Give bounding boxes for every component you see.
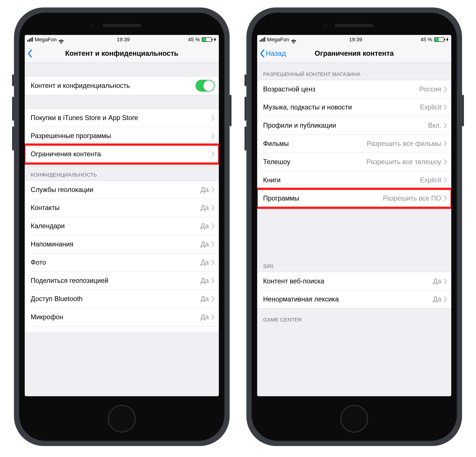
battery-icon [434,37,444,42]
cell-age-rating[interactable]: Возрастной ценз Россия [257,80,451,98]
content-privacy-toggle-cell[interactable]: Контент и конфиденциальность [25,76,219,95]
cell-share-location[interactable]: Поделиться геопозицией Да [25,272,219,290]
content-privacy-switch[interactable] [196,80,215,92]
cellular-signal-icon [260,38,265,42]
chevron-right-icon [212,205,215,211]
cell-detail: Да [201,295,209,303]
cell-web-search[interactable]: Контент веб-поиска Да [257,272,451,290]
cell-books[interactable]: Книги Explicit [257,171,451,189]
cell-profiles-posts[interactable]: Профили и публикации Вкл. [257,116,451,134]
cell-detail: Разрешить все фильмы [367,140,441,148]
chevron-right-icon [212,133,215,139]
cell-label: Фото [31,258,201,266]
cellular-signal-icon [27,38,33,42]
cell-bluetooth[interactable]: Доступ Bluetooth Да [25,290,219,308]
cell-partial[interactable] [25,326,219,332]
chevron-right-icon [444,159,447,165]
chevron-right-icon [212,296,215,302]
status-bar: MegaFon 19:39 45 % [257,35,451,44]
toggle-label: Контент и конфиденциальность [31,82,196,90]
cell-detail: Да [201,313,209,321]
settings-content[interactable]: Контент и конфиденциальность Покупки в i… [25,63,219,396]
cell-label: Фильмы [263,140,367,148]
cell-detail: Да [201,204,209,212]
back-button[interactable]: Назад [260,50,286,58]
cell-explicit-language[interactable]: Ненормативная лексика Да [257,290,451,308]
chevron-right-icon [444,177,447,183]
cell-location-services[interactable]: Службы геолокации Да [25,181,219,199]
settings-content[interactable]: РАЗРЕШЕННЫЙ КОНТЕНТ МАГАЗИНА Возрастной … [257,63,451,396]
carrier-label: MegaFon [34,37,57,42]
power-button [462,95,464,126]
cell-label: Программы [263,194,383,202]
screen-left: MegaFon 19:39 45 % [25,35,219,396]
chevron-right-icon [212,278,215,283]
cell-tvshows[interactable]: Телешоу Разрешить все телешоу [257,153,451,171]
cell-label: Контакты [31,204,201,212]
highlight-content-restrictions: Ограничения контента [25,145,219,163]
front-camera [323,23,328,28]
cell-photos[interactable]: Фото Да [25,253,219,272]
volume-up [12,97,14,121]
cell-label: Возрастной ценз [263,85,419,93]
cell-itunes-purchases[interactable]: Покупки в iTunes Store и App Store [25,108,219,127]
back-button[interactable] [28,50,33,58]
mute-switch [12,74,14,86]
cell-label: Ограничения контента [31,150,212,158]
cell-detail: Да [201,240,209,248]
cell-label: Напоминания [31,240,201,248]
nav-title: Контент и конфиденциальность [25,44,219,63]
chevron-right-icon [212,151,215,157]
cell-label: Календари [31,222,201,230]
cell-detail: Разрешить все ПО [383,194,441,202]
cell-label: Ненормативная лексика [263,295,433,303]
mute-switch [245,74,246,86]
phone-left: MegaFon 19:39 45 % [14,8,230,446]
cell-label: Музыка, подкасты и новости [263,103,420,111]
chevron-right-icon [212,187,215,192]
cell-detail: Да [433,295,441,303]
cell-apps[interactable]: Программы Разрешить все ПО [257,189,451,208]
chevron-right-icon [444,123,447,128]
cell-reminders[interactable]: Напоминания Да [25,235,219,253]
cell-music-podcasts[interactable]: Музыка, подкасты и новости Explicit [257,98,451,116]
phone-right: MegaFon 19:39 45 % Назад [246,8,462,446]
chevron-right-icon [444,141,447,146]
speaker-grill [335,24,374,27]
cell-content-restrictions[interactable]: Ограничения контента [25,145,219,163]
store-header: РАЗРЕШЕННЫЙ КОНТЕНТ МАГАЗИНА [257,63,451,80]
chevron-right-icon [444,196,447,201]
cell-movies[interactable]: Фильмы Разрешить все фильмы [257,134,451,153]
nav-bar: Назад Ограничения контента [257,44,451,63]
charging-icon [214,37,216,42]
cell-contacts[interactable]: Контакты Да [25,199,219,217]
highlight-apps: Программы Разрешить все ПО [257,189,451,208]
power-button [230,95,231,126]
chevron-right-icon [444,278,447,284]
cell-calendars[interactable]: Календари Да [25,217,219,235]
cell-detail: Да [201,258,209,266]
home-button[interactable] [108,405,136,433]
cell-detail: Да [201,222,209,230]
cell-label: Покупки в iTunes Store и App Store [31,114,212,122]
cell-label: Поделиться геопозицией [31,277,201,284]
cell-detail: Да [201,277,209,284]
cell-label: Службы геолокации [31,186,201,194]
cell-allowed-apps[interactable]: Разрешенные программы [25,127,219,145]
cell-detail: Explicit [420,103,441,111]
volume-up [245,97,246,121]
cell-microphone[interactable]: Микрофон Да [25,308,219,326]
cell-label: Контент веб-поиска [263,277,433,285]
chevron-right-icon [212,115,215,121]
nav-bar: Контент и конфиденциальность [25,44,219,63]
siri-header: SIRI [257,258,451,272]
chevron-right-icon [212,223,215,229]
front-camera [90,23,95,28]
chevron-right-icon [212,241,215,247]
cell-detail: Explicit [420,176,441,184]
home-button[interactable] [340,405,368,433]
cell-label: Микрофон [31,313,201,321]
chevron-right-icon [212,260,215,265]
status-bar: MegaFon 19:39 45 % [25,35,219,44]
speaker-grill [102,24,141,27]
